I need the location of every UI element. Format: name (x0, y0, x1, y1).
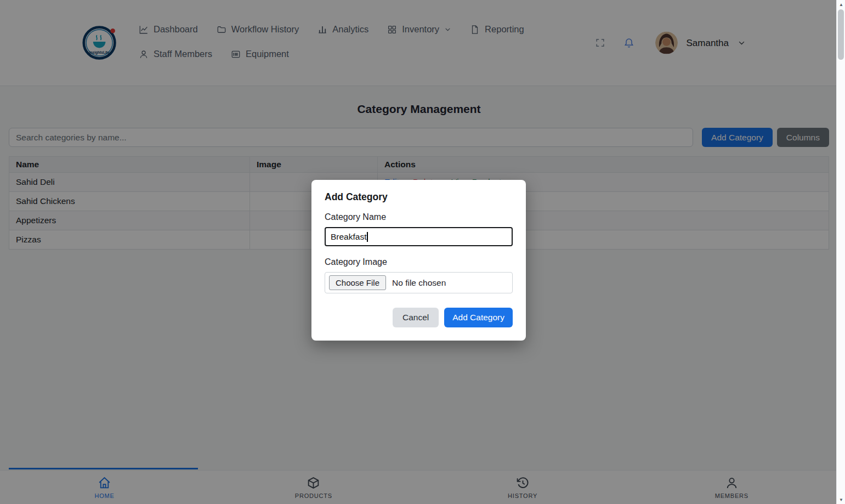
category-name-label: Category Name (325, 212, 513, 222)
file-status-text: No file chosen (392, 278, 446, 288)
category-image-label: Category Image (325, 257, 513, 267)
scrollbar-down-arrow[interactable]: ▼ (837, 495, 845, 504)
text-caret (367, 232, 368, 242)
category-image-file-input[interactable]: Choose File No file chosen (325, 272, 513, 293)
choose-file-button[interactable]: Choose File (329, 275, 386, 290)
scrollbar-thumb[interactable] (838, 9, 844, 60)
add-category-modal: Add Category Category Name Breakfast Cat… (311, 180, 526, 341)
modal-actions: Cancel Add Category (325, 308, 513, 327)
cancel-button[interactable]: Cancel (393, 308, 439, 327)
scrollbar-up-arrow[interactable]: ▲ (837, 0, 845, 9)
category-name-input[interactable]: Breakfast (325, 227, 513, 246)
scrollbar[interactable]: ▲ ▼ (836, 0, 845, 504)
modal-title: Add Category (325, 191, 513, 203)
category-name-value: Breakfast (331, 232, 366, 242)
modal-add-category-button[interactable]: Add Category (444, 308, 513, 327)
